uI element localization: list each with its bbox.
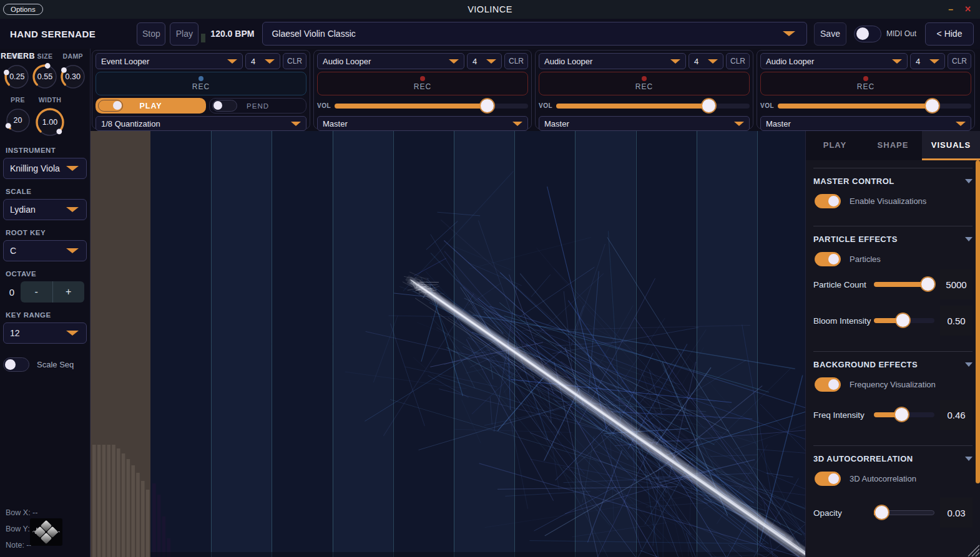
toggle-knob bbox=[5, 359, 16, 370]
master-control-header: MASTER CONTROL bbox=[813, 177, 894, 186]
looper-type-dropdown[interactable]: Audio Looper bbox=[760, 53, 908, 69]
record-dot-icon bbox=[420, 76, 425, 81]
looper-pend-toggle[interactable]: PEND bbox=[209, 98, 306, 114]
preset-dropdown[interactable]: Glaesel Violin Classic bbox=[262, 22, 807, 46]
looper-bars-dropdown[interactable]: 4 bbox=[688, 53, 723, 69]
toggle-knob bbox=[828, 473, 839, 484]
bloom-intensity-label: Bloom Intensity bbox=[813, 316, 874, 326]
looper-bars-dropdown[interactable]: 4 bbox=[910, 53, 945, 69]
particles-label: Particles bbox=[850, 254, 881, 264]
octave-plus-button[interactable]: + bbox=[53, 281, 85, 303]
output-dropdown[interactable]: Master bbox=[539, 116, 750, 131]
octave-label: OCTAVE bbox=[6, 270, 87, 278]
collapse-triangle-icon[interactable] bbox=[965, 362, 973, 367]
enable-visualizations-toggle[interactable] bbox=[815, 194, 841, 208]
visualization-canvas[interactable] bbox=[91, 131, 805, 557]
size-knob[interactable]: 0.55 bbox=[31, 63, 59, 90]
looper-panel-3: Audio Looper 4 CLR REC VOL Master bbox=[535, 50, 753, 129]
mix-knob[interactable]: 0.25 bbox=[3, 63, 31, 90]
chevron-down-icon bbox=[708, 59, 718, 64]
looper-type-dropdown[interactable]: Audio Looper bbox=[317, 53, 464, 69]
record-button[interactable]: REC bbox=[539, 72, 750, 95]
particle-count-value: 5000 bbox=[940, 269, 973, 299]
close-icon[interactable]: ✕ bbox=[964, 4, 971, 14]
panel-tabbar: PLAY SHAPE VISUALS bbox=[806, 131, 980, 160]
midi-out-toggle[interactable] bbox=[854, 26, 881, 42]
octave-minus-button[interactable]: - bbox=[21, 281, 53, 303]
slider-thumb[interactable] bbox=[895, 408, 908, 421]
record-button[interactable]: REC bbox=[317, 72, 528, 95]
toggle-knob bbox=[828, 254, 839, 264]
collapse-triangle-icon[interactable] bbox=[965, 457, 973, 461]
tab-visuals[interactable]: VISUALS bbox=[922, 131, 980, 160]
slider-thumb[interactable] bbox=[702, 99, 715, 112]
freq-intensity-value: 0.46 bbox=[940, 400, 973, 430]
resize-grip[interactable] bbox=[963, 540, 979, 556]
minimize-icon[interactable]: – bbox=[948, 4, 953, 14]
record-dot-icon bbox=[642, 76, 647, 81]
record-button[interactable]: REC bbox=[96, 72, 306, 95]
chevron-down-icon bbox=[66, 166, 79, 171]
record-dot-icon bbox=[863, 76, 868, 81]
clear-button[interactable]: CLR bbox=[504, 53, 528, 69]
slider-thumb[interactable] bbox=[921, 278, 934, 291]
key-range-label: KEY RANGE bbox=[6, 311, 87, 319]
volume-label: VOL bbox=[760, 102, 774, 109]
record-button[interactable]: REC bbox=[760, 72, 971, 95]
autocorrelation-toggle[interactable] bbox=[815, 472, 841, 486]
clear-button[interactable]: CLR bbox=[283, 53, 306, 69]
hide-button[interactable]: < Hide bbox=[925, 22, 974, 46]
slider-thumb[interactable] bbox=[896, 314, 909, 327]
scale-seq-toggle[interactable] bbox=[3, 357, 29, 372]
particles-toggle[interactable] bbox=[815, 252, 841, 266]
particle-count-slider[interactable] bbox=[874, 278, 934, 291]
instrument-dropdown[interactable]: Knilling Viola bbox=[3, 158, 87, 179]
app-logo-icon bbox=[30, 518, 62, 546]
key-range-dropdown[interactable]: 12 bbox=[3, 322, 87, 344]
volume-slider[interactable] bbox=[778, 100, 971, 112]
panel-scrollbar[interactable] bbox=[976, 160, 980, 483]
quantization-dropdown[interactable]: 1/8 Quantization bbox=[96, 116, 306, 131]
scale-dropdown[interactable]: Lydian bbox=[3, 199, 87, 220]
chevron-down-icon bbox=[892, 59, 902, 64]
looper-type-dropdown[interactable]: Event Looper bbox=[96, 53, 243, 69]
autocorrelation-label: 3D Autocorrelation bbox=[850, 474, 916, 483]
pre-knob-label: PRE bbox=[3, 96, 32, 105]
clear-button[interactable]: CLR bbox=[726, 53, 750, 69]
volume-slider[interactable] bbox=[556, 100, 750, 112]
pre-knob[interactable]: 20 bbox=[4, 107, 32, 134]
divider bbox=[813, 168, 973, 168]
stop-button[interactable]: Stop bbox=[137, 22, 165, 46]
collapse-triangle-icon[interactable] bbox=[965, 179, 973, 183]
damp-knob[interactable]: 0.30 bbox=[59, 63, 87, 90]
slider-thumb[interactable] bbox=[875, 506, 888, 519]
tab-shape[interactable]: SHAPE bbox=[864, 131, 922, 160]
frequency-visualization-toggle[interactable] bbox=[815, 377, 841, 392]
root-key-dropdown[interactable]: C bbox=[3, 240, 87, 261]
output-dropdown[interactable]: Master bbox=[760, 116, 971, 131]
width-knob[interactable]: 1.00 bbox=[34, 107, 66, 138]
looper-type-dropdown[interactable]: Audio Looper bbox=[539, 53, 686, 69]
opacity-slider[interactable] bbox=[874, 506, 934, 519]
bloom-intensity-slider[interactable] bbox=[874, 314, 934, 327]
toggle-knob bbox=[828, 196, 839, 206]
freq-intensity-slider[interactable] bbox=[874, 409, 934, 421]
record-dot-icon bbox=[198, 76, 203, 81]
output-dropdown[interactable]: Master bbox=[317, 116, 528, 131]
tab-play[interactable]: PLAY bbox=[806, 131, 864, 160]
frequency-visualization-label: Frequency Visualization bbox=[850, 380, 936, 389]
clear-button[interactable]: CLR bbox=[948, 53, 971, 69]
bpm-display[interactable]: 120.0 BPM bbox=[210, 29, 254, 39]
chevron-down-icon bbox=[783, 31, 795, 36]
instrument-label: INSTRUMENT bbox=[6, 147, 87, 154]
volume-slider[interactable] bbox=[335, 100, 528, 112]
looper-play-toggle[interactable]: PLAY bbox=[96, 98, 206, 114]
slider-thumb[interactable] bbox=[926, 99, 939, 112]
collapse-triangle-icon[interactable] bbox=[965, 237, 973, 241]
save-button[interactable]: Save bbox=[814, 22, 846, 46]
slider-thumb[interactable] bbox=[481, 99, 494, 112]
looper-bars-dropdown[interactable]: 4 bbox=[245, 53, 280, 69]
chevron-down-icon bbox=[66, 331, 79, 336]
play-button[interactable]: Play bbox=[170, 22, 198, 46]
looper-bars-dropdown[interactable]: 4 bbox=[467, 53, 502, 69]
